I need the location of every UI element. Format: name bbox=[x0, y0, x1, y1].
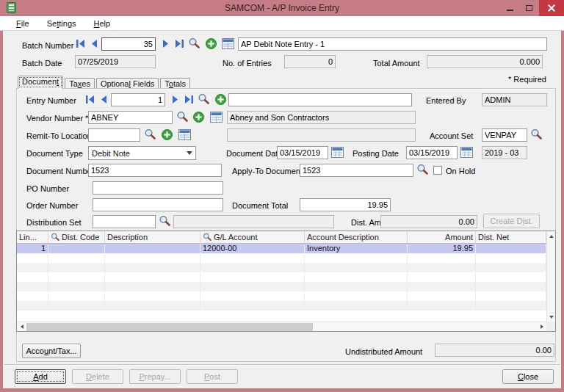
required-note: * Required bbox=[508, 75, 546, 84]
close-window-button[interactable] bbox=[539, 0, 564, 16]
menu-file[interactable]: File bbox=[10, 16, 35, 31]
cell-dist-code bbox=[48, 244, 105, 253]
tab-optional-fields[interactable]: Optional Fields bbox=[96, 78, 159, 89]
document-total-input[interactable] bbox=[300, 198, 391, 211]
undistributed-amount-label: Undistributed Amount bbox=[345, 347, 422, 356]
vendor-number-input[interactable] bbox=[88, 111, 173, 124]
distribution-set-finder-icon[interactable] bbox=[159, 215, 170, 226]
scroll-up-icon[interactable] bbox=[547, 231, 556, 241]
col-header-dist-net[interactable]: Dist. Net bbox=[476, 231, 546, 243]
on-hold-checkbox[interactable] bbox=[433, 166, 442, 175]
col-header-line[interactable]: Lin... bbox=[17, 231, 48, 243]
grid-empty-row[interactable] bbox=[17, 291, 546, 301]
grid-empty-row[interactable] bbox=[17, 253, 546, 263]
tab-totals[interactable]: Totals bbox=[160, 78, 190, 89]
window-title: SAMCOM - A/P Invoice Entry bbox=[0, 0, 564, 16]
apply-to-finder-icon[interactable] bbox=[416, 164, 428, 175]
document-number-input[interactable] bbox=[88, 164, 222, 177]
maximize-button[interactable] bbox=[520, 0, 538, 16]
entry-first-icon[interactable] bbox=[84, 95, 95, 104]
document-date-input[interactable] bbox=[277, 146, 328, 159]
remit-to-label: Remit-To Location bbox=[26, 131, 92, 140]
batch-date-field: 07/25/2019 bbox=[75, 55, 156, 68]
entered-by-field: ADMIN bbox=[482, 93, 547, 106]
batch-new-icon[interactable] bbox=[206, 38, 217, 49]
document-type-select[interactable]: Debit Note bbox=[88, 146, 196, 160]
vendor-drilldown-icon[interactable] bbox=[210, 112, 223, 123]
create-dist-button: Create Dist. bbox=[483, 214, 540, 228]
grid-empty-row[interactable] bbox=[17, 301, 546, 311]
scroll-right-icon[interactable] bbox=[537, 322, 546, 331]
account-set-finder-icon[interactable] bbox=[530, 128, 542, 139]
dist-amount-field: 0.00 bbox=[380, 215, 477, 228]
batch-number-label: Batch Number bbox=[22, 41, 73, 50]
close-button[interactable]: Close bbox=[502, 369, 554, 384]
grid-header-row: Lin... Dist. Code Description G/L Accoun… bbox=[17, 231, 546, 244]
batch-last-icon[interactable] bbox=[174, 39, 185, 48]
tab-taxes[interactable]: Taxes bbox=[65, 78, 95, 89]
entry-finder-icon[interactable] bbox=[198, 93, 209, 104]
scroll-left-icon[interactable] bbox=[17, 322, 26, 331]
entries-count-field: 0 bbox=[284, 55, 336, 68]
app-window: SAMCOM - A/P Invoice Entry File Settings… bbox=[0, 0, 564, 392]
scroll-down-icon[interactable] bbox=[547, 312, 556, 322]
menu-settings[interactable]: Settings bbox=[41, 16, 82, 31]
batch-next-icon[interactable] bbox=[160, 39, 171, 48]
batch-description-input[interactable] bbox=[238, 37, 547, 51]
entry-next-icon[interactable] bbox=[170, 95, 181, 104]
posting-date-input[interactable] bbox=[406, 146, 458, 159]
remit-drilldown-icon[interactable] bbox=[178, 129, 191, 140]
document-type-label: Document Type bbox=[26, 149, 83, 158]
document-type-value: Debit Note bbox=[92, 149, 130, 158]
minimize-icon bbox=[507, 10, 513, 11]
col-header-dist-code[interactable]: Dist. Code bbox=[48, 231, 105, 243]
batch-date-label: Batch Date bbox=[22, 59, 62, 68]
entry-number-input[interactable] bbox=[111, 93, 165, 106]
batch-previous-icon[interactable] bbox=[89, 39, 100, 48]
col-header-amount[interactable]: Amount bbox=[408, 231, 476, 243]
grid-empty-row[interactable] bbox=[17, 263, 546, 272]
apply-to-input[interactable] bbox=[300, 164, 413, 177]
grid-vertical-scrollbar[interactable] bbox=[546, 231, 555, 322]
col-header-gl-account[interactable]: G/L Account bbox=[200, 231, 305, 243]
horizontal-scroll-thumb[interactable] bbox=[26, 323, 313, 331]
finder-icon bbox=[51, 233, 59, 242]
document-date-calendar-icon[interactable] bbox=[331, 147, 344, 158]
batch-drilldown-icon[interactable] bbox=[222, 38, 234, 49]
add-button[interactable]: Add bbox=[15, 369, 66, 384]
entry-last-icon[interactable] bbox=[184, 95, 195, 104]
entry-previous-icon[interactable] bbox=[98, 95, 109, 104]
menu-help[interactable]: Help bbox=[88, 16, 117, 31]
posting-date-calendar-icon[interactable] bbox=[460, 147, 473, 158]
vendor-number-label: Vendor Number * bbox=[26, 114, 88, 123]
remit-finder-icon[interactable] bbox=[144, 128, 156, 139]
account-set-input[interactable] bbox=[482, 128, 527, 142]
col-header-account-description[interactable]: Account Description bbox=[305, 231, 408, 243]
grid-empty-row[interactable] bbox=[17, 282, 546, 291]
vendor-finder-icon[interactable] bbox=[176, 111, 188, 122]
distribution-set-description-field bbox=[173, 215, 334, 228]
remit-new-icon[interactable] bbox=[162, 129, 173, 140]
entry-new-icon[interactable] bbox=[215, 94, 226, 105]
grid-horizontal-scrollbar[interactable] bbox=[17, 322, 546, 331]
document-date-label: Document Date bbox=[226, 149, 282, 158]
chevron-down-icon bbox=[187, 151, 192, 155]
entries-count-label: No. of Entries bbox=[223, 59, 272, 68]
batch-finder-icon[interactable] bbox=[188, 37, 200, 48]
col-header-description[interactable]: Description bbox=[105, 231, 200, 243]
order-number-input[interactable] bbox=[93, 198, 223, 211]
tab-document[interactable]: Document bbox=[18, 76, 63, 89]
batch-first-icon[interactable] bbox=[75, 39, 86, 48]
distribution-set-input[interactable] bbox=[93, 215, 156, 228]
grid-empty-row[interactable] bbox=[17, 272, 546, 282]
grid-row-selected[interactable]: 1 12000-00 Inventory 19.95 bbox=[17, 244, 546, 253]
minimize-button[interactable] bbox=[501, 0, 518, 16]
vendor-new-icon[interactable] bbox=[193, 112, 204, 123]
entry-description-input[interactable] bbox=[228, 93, 412, 106]
remit-to-input[interactable] bbox=[88, 128, 140, 142]
po-number-input[interactable] bbox=[93, 181, 223, 195]
on-hold-label: On Hold bbox=[446, 167, 475, 175]
account-tax-button[interactable]: Account/Tax... bbox=[22, 344, 81, 358]
distribution-set-label: Distribution Set bbox=[26, 218, 82, 227]
batch-number-input[interactable] bbox=[101, 37, 156, 51]
